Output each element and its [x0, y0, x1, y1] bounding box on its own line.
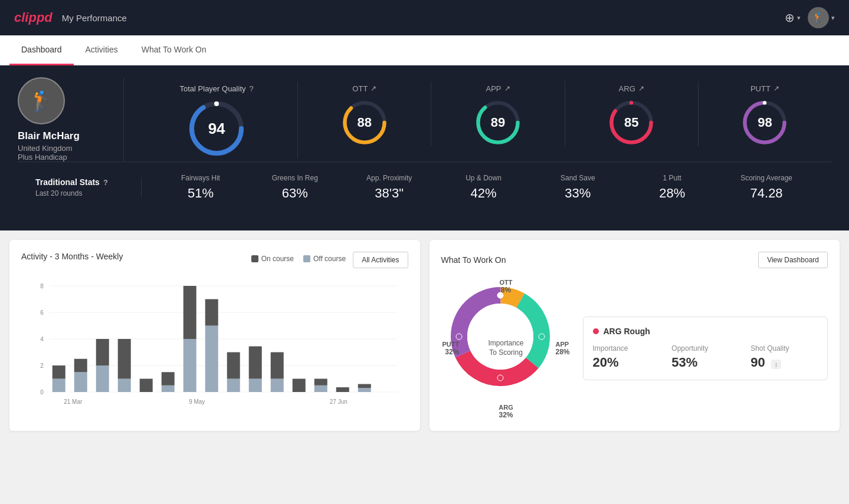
ott-arrow-icon: ↗: [371, 84, 376, 93]
header-title: My Performance: [62, 13, 127, 23]
svg-text:6: 6: [40, 309, 44, 316]
bar-off-8: [205, 326, 218, 393]
bar-on-15: [358, 384, 371, 388]
total-quality-value: 94: [208, 119, 225, 137]
arg-label-row: ARG ↗: [619, 84, 644, 93]
bar-off-2: [74, 372, 87, 392]
svg-text:21 Mar: 21 Mar: [64, 398, 83, 405]
activity-controls: On course Off course All Activities: [251, 252, 408, 268]
svg-text:27 Jun: 27 Jun: [330, 398, 348, 405]
metric-arg: ARG ↗ 85: [565, 81, 699, 146]
arg-arrow-icon: ↗: [638, 84, 644, 93]
svg-point-34: [497, 375, 503, 381]
shot-quality-badge: ↕: [771, 360, 782, 369]
trad-label-block: Traditional Stats ? Last 20 rounds: [35, 177, 142, 197]
bar-off-11: [271, 379, 284, 393]
chart-area: 8 6 4 2 0: [21, 280, 408, 410]
ott-label: OTT: [352, 84, 368, 93]
app-label: APP: [486, 84, 501, 93]
bar-off-4: [118, 379, 131, 393]
bar-on-3: [96, 339, 109, 365]
wtwo-panel: What To Work On View Dashboard: [430, 240, 840, 431]
wtwo-header: What To Work On View Dashboard: [441, 252, 828, 268]
detail-card-title: ARG Rough: [593, 327, 818, 336]
trad-greens: Greens In Reg 63%: [248, 174, 342, 201]
bar-on-4: [118, 339, 131, 379]
nav-tabs: Dashboard Activities What To Work On: [0, 35, 849, 65]
app-value: 89: [491, 115, 505, 130]
user-avatar[interactable]: 🏌 ▾: [808, 7, 835, 28]
bar-off-10: [249, 379, 262, 393]
donut-area: ImportanceTo Scoring OTT 8% APP 28% ARG …: [441, 278, 571, 419]
tpq-info-icon[interactable]: ?: [250, 84, 254, 93]
svg-point-31: [467, 304, 533, 370]
bar-on-10: [249, 347, 262, 379]
bar-off-6: [162, 386, 175, 392]
bar-on-5: [140, 379, 153, 393]
putt-arrow-icon: ↗: [773, 84, 779, 93]
trad-subtitle: Last 20 rounds: [35, 189, 129, 197]
total-quality-block: Total Player Quality ? 94: [136, 81, 298, 158]
svg-point-2: [214, 101, 219, 106]
wtwo-title: What To Work On: [441, 255, 506, 265]
tab-dashboard[interactable]: Dashboard: [9, 35, 74, 65]
app-label-row: APP ↗: [486, 84, 510, 93]
app-segment-label: APP 28%: [555, 341, 569, 356]
svg-point-12: [763, 101, 766, 104]
svg-text:0: 0: [40, 389, 44, 396]
traditional-stats: Traditional Stats ? Last 20 rounds Fairw…: [18, 162, 831, 213]
putt-value: 98: [758, 115, 772, 130]
app-gauge: 89: [474, 99, 522, 146]
trad-title: Traditional Stats ?: [35, 177, 129, 187]
header-left: clippd My Performance: [14, 10, 127, 25]
detail-dot: [593, 328, 599, 334]
svg-point-35: [456, 334, 462, 340]
legend-off-course: Off course: [303, 255, 346, 263]
total-quality-gauge: 94: [187, 99, 246, 158]
player-handicap: Plus Handicap: [18, 153, 67, 162]
activity-header: Activity - 3 Months - Weekly On course O…: [21, 252, 408, 268]
wtwo-content: ImportanceTo Scoring OTT 8% APP 28% ARG …: [441, 278, 828, 419]
bar-off-13: [314, 386, 327, 392]
putt-gauge: 98: [741, 99, 788, 146]
bar-on-12: [293, 379, 306, 393]
perf-top: 🏌 Blair McHarg United Kingdom Plus Handi…: [18, 77, 831, 162]
putt-label-row: PUTT ↗: [750, 84, 779, 93]
metric-putt: PUTT ↗ 98: [699, 81, 831, 146]
ott-label-row: OTT ↗: [352, 84, 376, 93]
arg-value: 85: [624, 115, 638, 130]
trad-fairways: Fairways Hit 51%: [153, 174, 248, 201]
bar-on-14: [336, 387, 349, 392]
bar-off-1: [53, 379, 65, 393]
trad-items: Fairways Hit 51% Greens In Reg 63% App. …: [142, 174, 814, 201]
bottom-row: Activity - 3 Months - Weekly On course O…: [0, 230, 849, 440]
metric-ott: OTT ↗ 88: [298, 81, 431, 146]
donut-svg: [441, 278, 559, 396]
arg-label: ARG: [619, 84, 635, 93]
detail-card: ARG Rough Importance 20% Opportunity 53%…: [583, 317, 828, 380]
player-name: Blair McHarg: [18, 130, 80, 142]
bar-on-11: [271, 353, 284, 379]
tpq-label: Total Player Quality: [180, 84, 246, 93]
performance-panel: 🏌 Blair McHarg United Kingdom Plus Handi…: [0, 65, 849, 230]
tab-activities[interactable]: Activities: [74, 35, 130, 65]
player-country: United Kingdom: [18, 144, 73, 153]
activity-panel: Activity - 3 Months - Weekly On course O…: [9, 240, 420, 431]
bar-on-2: [74, 359, 87, 373]
putt-segment-label: PUTT 32%: [442, 341, 460, 356]
ott-segment-label: OTT 8%: [500, 279, 513, 294]
player-avatar: 🏌: [18, 77, 65, 124]
ott-value: 88: [358, 115, 372, 130]
add-icon[interactable]: ⊕ ▾: [785, 11, 801, 25]
svg-point-9: [630, 101, 633, 104]
shot-quality-metric: Shot Quality 90 ↕: [750, 344, 818, 370]
all-activities-button[interactable]: All Activities: [353, 252, 408, 268]
trad-info-icon[interactable]: ?: [103, 178, 108, 187]
trad-sandsave: Sand Save 33%: [530, 174, 625, 201]
view-dashboard-button[interactable]: View Dashboard: [758, 252, 828, 268]
trad-proximity: App. Proximity 38'3": [342, 174, 437, 201]
bar-on-7: [183, 286, 196, 339]
arg-gauge: 85: [608, 99, 655, 146]
tab-what-to-work-on[interactable]: What To Work On: [130, 35, 218, 65]
bar-off-3: [96, 365, 109, 392]
